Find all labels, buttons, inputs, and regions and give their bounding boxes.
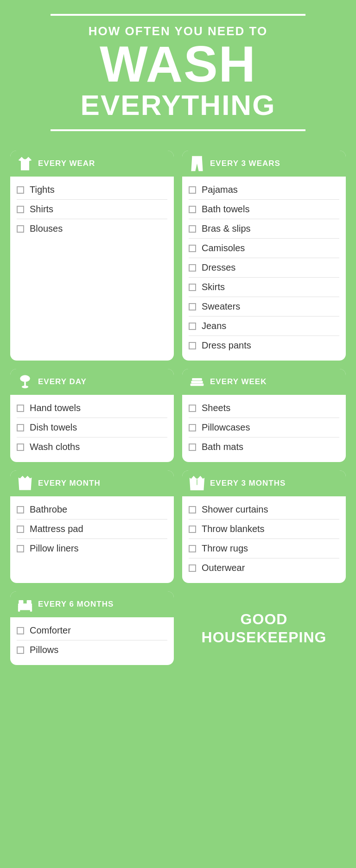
card-items-every-3-months: Shower curtains Throw blankets Throw rug… [182, 496, 346, 583]
brand-line1: GOOD [202, 610, 327, 628]
header-sub2: EVERYTHING [19, 89, 337, 121]
checkbox[interactable] [17, 225, 24, 233]
item-label: Bathrobe [30, 504, 67, 515]
svg-point-2 [22, 386, 28, 388]
svg-rect-10 [19, 600, 23, 604]
brand-text: GOOD HOUSEKEEPING [202, 610, 327, 646]
svg-rect-12 [18, 610, 20, 612]
bed-icon [17, 596, 33, 613]
card-items-every-3-wears: Pajamas Bath towels Bras & slips Camisol… [182, 177, 346, 361]
checkbox[interactable] [189, 506, 196, 513]
card-header-every-3-months: Every 3 Months [182, 470, 346, 496]
svg-rect-6 [192, 378, 202, 380]
pants-icon [189, 155, 205, 172]
brand-footer: GOOD HOUSEKEEPING [182, 591, 346, 665]
checkbox[interactable] [17, 186, 24, 194]
card-items-every-6-months: Comforter Pillows [10, 617, 174, 665]
item-label: Dish towels [30, 422, 77, 433]
svg-rect-8 [18, 605, 32, 610]
checkbox[interactable] [17, 206, 24, 213]
card-header-every-week: Every Week [182, 369, 346, 395]
list-item: Skirts [189, 278, 339, 297]
checkbox[interactable] [17, 506, 24, 513]
checkbox[interactable] [189, 186, 196, 194]
card-label-every-3-months: Every 3 Months [210, 479, 286, 488]
header-top-rule [51, 14, 305, 16]
checkbox[interactable] [17, 405, 24, 412]
checkbox[interactable] [189, 323, 196, 330]
checkbox[interactable] [17, 424, 24, 431]
checkbox[interactable] [189, 225, 196, 233]
card-label-every-wear: Every Wear [38, 159, 95, 168]
list-item: Comforter [17, 621, 167, 640]
item-label: Comforter [30, 625, 71, 636]
item-label: Sheets [202, 403, 230, 413]
checkbox[interactable] [17, 444, 24, 451]
checkbox[interactable] [189, 284, 196, 291]
card-label-every-month: Every Month [38, 479, 101, 488]
checkbox[interactable] [189, 444, 196, 451]
list-item: Dress pants [189, 336, 339, 355]
item-label: Throw rugs [202, 543, 248, 554]
checkbox[interactable] [189, 264, 196, 272]
checkbox[interactable] [189, 342, 196, 349]
checkbox[interactable] [17, 646, 24, 654]
list-item: Bathrobe [17, 500, 167, 520]
checkbox[interactable] [189, 405, 196, 412]
item-label: Bras & slips [202, 223, 251, 234]
list-item: Jeans [189, 317, 339, 336]
list-item: Camisoles [189, 239, 339, 258]
item-label: Camisoles [202, 243, 245, 253]
card-items-every-week: Sheets Pillowcases Bath mats [182, 395, 346, 462]
card-items-every-wear: Tights Shirts Blouses [10, 177, 174, 244]
list-item: Bath mats [189, 437, 339, 456]
list-item: Bras & slips [189, 219, 339, 239]
item-label: Wash cloths [30, 442, 80, 452]
list-item: Tights [17, 180, 167, 200]
checkbox[interactable] [189, 245, 196, 252]
card-label-every-3-wears: Every 3 Wears [210, 159, 280, 168]
item-label: Tights [30, 184, 55, 195]
list-item: Hand towels [17, 399, 167, 418]
list-item: Pillows [17, 640, 167, 659]
svg-rect-5 [191, 381, 203, 383]
list-item: Throw blankets [189, 520, 339, 539]
svg-rect-4 [191, 384, 204, 386]
list-item: Outerwear [189, 558, 339, 577]
header-main-word: WASH [19, 38, 337, 89]
checkbox[interactable] [17, 526, 24, 533]
card-items-every-month: Bathrobe Mattress pad Pillow liners [10, 496, 174, 564]
list-item: Throw rugs [189, 539, 339, 558]
checkbox[interactable] [189, 545, 196, 552]
card-every-month: Every Month Bathrobe Mattress pad Pillow… [10, 470, 174, 583]
outerwear-icon [189, 475, 205, 492]
card-header-every-6-months: Every 6 Months [10, 591, 174, 617]
coat-icon [17, 475, 33, 492]
checkbox[interactable] [189, 303, 196, 310]
list-item: Pillowcases [189, 418, 339, 437]
card-label-every-day: Every Day [38, 377, 87, 386]
item-label: Pillowcases [202, 422, 250, 433]
item-label: Hand towels [30, 403, 81, 413]
item-label: Mattress pad [30, 524, 83, 534]
list-item: Dish towels [17, 418, 167, 437]
card-every-wear: Every Wear Tights Shirts Blouses [10, 151, 174, 361]
item-label: Pillow liners [30, 543, 79, 554]
checkbox[interactable] [189, 526, 196, 533]
checkbox[interactable] [17, 545, 24, 552]
card-every-day: Every Day Hand towels Dish towels Wash c… [10, 369, 174, 462]
brand-line2: HOUSEKEEPING [202, 628, 327, 646]
card-label-every-week: Every Week [210, 377, 267, 386]
checkbox[interactable] [189, 424, 196, 431]
list-item: Sheets [189, 399, 339, 418]
item-label: Bath towels [202, 204, 249, 215]
item-label: Blouses [30, 223, 63, 234]
item-label: Shirts [30, 204, 53, 215]
checkbox[interactable] [189, 564, 196, 572]
checkbox[interactable] [17, 627, 24, 634]
card-label-every-6-months: Every 6 Months [38, 600, 114, 609]
list-item: Pajamas [189, 180, 339, 200]
card-header-every-wear: Every Wear [10, 151, 174, 177]
item-label: Shower curtains [202, 504, 268, 515]
checkbox[interactable] [189, 206, 196, 213]
